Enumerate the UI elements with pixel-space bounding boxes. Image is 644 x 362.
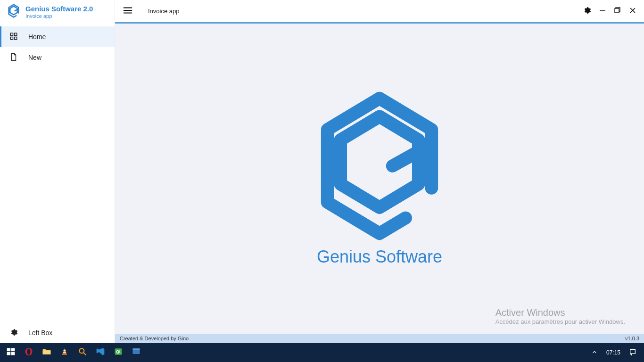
svg-rect-21 [63, 352, 66, 353]
svg-rect-18 [43, 351, 51, 354]
svg-rect-15 [11, 352, 15, 355]
svg-rect-27 [133, 348, 140, 350]
app-window-icon [132, 347, 141, 358]
sidebar-title-block: Genius Software 2.0 Invoice app [25, 5, 93, 18]
svg-line-23 [84, 353, 86, 355]
close-icon [629, 7, 636, 16]
svg-rect-14 [7, 352, 11, 355]
hamburger-button[interactable] [119, 1, 137, 21]
maximize-icon [614, 7, 621, 16]
status-version: v1.0.3 [625, 336, 639, 341]
taskbar-app-vscode[interactable] [91, 343, 109, 362]
svg-text:Qt: Qt [116, 349, 120, 354]
tray-notifications[interactable] [626, 346, 639, 359]
vscode-icon [96, 347, 105, 358]
svg-rect-13 [11, 348, 15, 352]
chevron-up-icon [591, 349, 598, 357]
taskbar-app-vlc[interactable] [56, 343, 74, 362]
sidebar-item-label: Home [28, 33, 46, 41]
folder-icon [42, 347, 51, 358]
tray-clock[interactable]: 07:15 [603, 347, 623, 358]
notification-icon [629, 348, 636, 357]
sidebar-footer-button[interactable]: Left Box [0, 322, 115, 343]
svg-rect-1 [15, 33, 17, 35]
status-bar: Created & Developed by Gino v1.0.3 [115, 334, 644, 343]
windows-icon [6, 347, 16, 358]
svg-point-17 [27, 348, 31, 354]
svg-rect-9 [615, 8, 619, 13]
brand-name: Genius Software [317, 247, 442, 267]
maximize-button[interactable] [610, 3, 625, 20]
app-logo-icon [7, 4, 21, 20]
sidebar-item-home[interactable]: Home [0, 26, 115, 47]
sidebar-item-new[interactable]: New [0, 47, 115, 68]
sidebar-footer-label: Left Box [28, 329, 52, 337]
search-icon [78, 347, 87, 358]
file-icon [9, 53, 18, 63]
sidebar: Genius Software 2.0 Invoice app Home [0, 0, 115, 343]
start-button[interactable] [2, 343, 20, 362]
svg-rect-12 [7, 348, 11, 352]
app-title: Genius Software 2.0 [25, 5, 93, 13]
sidebar-item-label: New [28, 54, 41, 61]
watermark-title: Activer Windows [495, 307, 625, 318]
close-button[interactable] [625, 3, 640, 20]
svg-rect-19 [62, 354, 67, 355]
taskbar-app-qt[interactable]: Qt [109, 343, 127, 362]
gear-icon [9, 328, 18, 338]
svg-rect-28 [630, 349, 636, 354]
vlc-icon [60, 347, 69, 358]
windows-taskbar: Qt 07:15 [0, 343, 644, 362]
minimize-icon [599, 7, 606, 16]
svg-rect-3 [15, 37, 17, 39]
opera-icon [24, 347, 33, 358]
top-bar: Invoice app [115, 0, 644, 24]
taskbar-search[interactable] [74, 343, 91, 362]
taskbar-app-current[interactable] [127, 343, 145, 362]
windows-activation-watermark: Activer Windows Accédez aux paramètres p… [495, 307, 625, 325]
tray-chevron[interactable] [588, 347, 601, 359]
svg-point-22 [79, 348, 84, 353]
app-window: Genius Software 2.0 Invoice app Home [0, 0, 644, 343]
topbar-title: Invoice app [148, 8, 180, 15]
app-subtitle: Invoice app [25, 13, 93, 19]
settings-button[interactable] [579, 2, 595, 20]
svg-rect-2 [10, 37, 13, 39]
sidebar-nav: Home New [0, 24, 115, 322]
taskbar-app-opera[interactable] [20, 343, 38, 362]
svg-rect-0 [10, 33, 13, 35]
grid-icon [9, 32, 18, 42]
content-area: Genius Software Activer Windows Accédez … [115, 24, 644, 334]
sidebar-header: Genius Software 2.0 Invoice app [0, 0, 115, 24]
svg-rect-20 [64, 350, 66, 351]
status-credit: Created & Developed by Gino [120, 336, 189, 341]
taskbar-app-explorer[interactable] [38, 343, 56, 362]
watermark-subtitle: Accédez aux paramètres pour activer Wind… [495, 318, 625, 325]
qt-icon: Qt [114, 347, 123, 358]
gear-icon [583, 6, 591, 16]
minimize-button[interactable] [595, 3, 610, 20]
system-tray: 07:15 [588, 346, 642, 359]
main-area: Invoice app [115, 0, 644, 343]
brand-logo-icon [314, 90, 446, 243]
